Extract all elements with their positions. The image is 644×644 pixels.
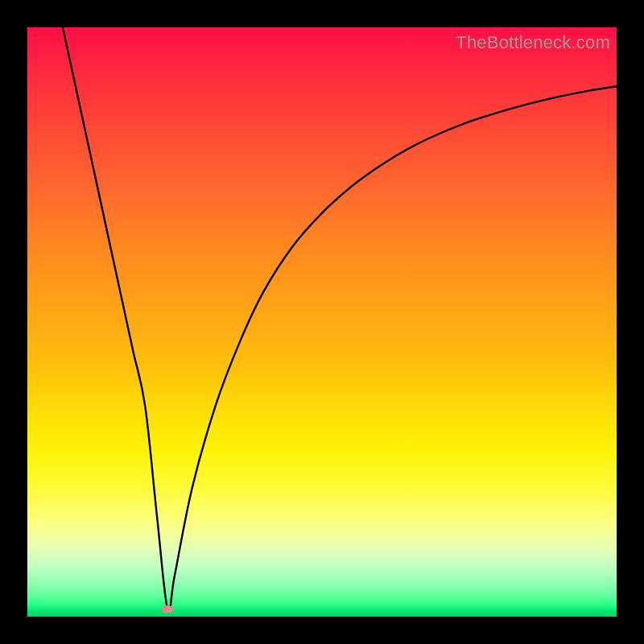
plot-area: TheBottleneck.com [27,27,617,617]
minimum-marker [162,605,174,613]
chart-frame: TheBottleneck.com [0,0,644,644]
bottleneck-curve [27,27,617,617]
